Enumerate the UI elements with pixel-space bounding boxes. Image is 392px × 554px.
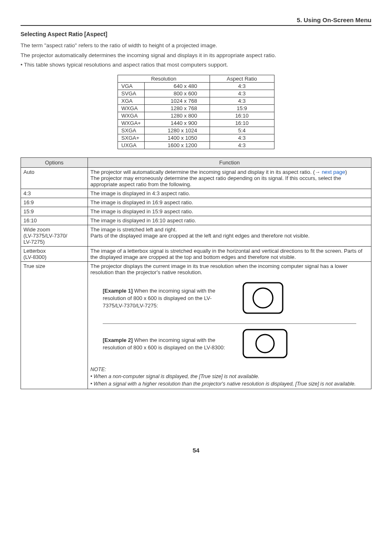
col-function: Function	[88, 157, 371, 167]
table-row: WXGA+1440 x 90016:10	[118, 119, 274, 127]
table-row: 4:3The image is displayed in 4:3 aspect …	[21, 189, 371, 198]
fn-letterbox: The image of a letterbox signal is stret…	[88, 246, 371, 261]
table-row: Options Function	[21, 157, 371, 167]
col-options: Options	[21, 157, 88, 167]
col-resolution: Resolution	[118, 75, 210, 82]
fn-widezoom: The image is stretched left and right. P…	[88, 225, 371, 246]
example2-diagram-icon	[242, 329, 288, 360]
opt-widezoom: Wide zoom (LV-7375/LV-7370/ LV-7275)	[21, 225, 88, 246]
col-aspect: Aspect Ratio	[210, 75, 274, 82]
table-row: XGA1024 x 7684:3	[118, 97, 274, 104]
table-row: 16:9The image is displayed in 16:9 aspec…	[21, 198, 371, 207]
table-row: WXGA1280 x 76815:9	[118, 104, 274, 112]
table-row: 15:9The image is displayed in 15:9 aspec…	[21, 207, 371, 216]
next-page-link[interactable]: next page	[322, 169, 345, 175]
svg-rect-2	[243, 330, 287, 358]
svg-rect-0	[243, 283, 283, 313]
page-number: 54	[21, 447, 371, 454]
example-2: [Example 2] When the incoming signal wit…	[90, 326, 369, 365]
example-divider	[103, 323, 356, 324]
fn-truesize: The projector displays the current image…	[88, 261, 371, 389]
intro-p3: • This table shows typical resolutions a…	[21, 61, 371, 69]
opt-truesize: True size	[21, 261, 88, 389]
section-header: 5. Using On-Screen Menu	[21, 16, 371, 26]
table-row: SVGA800 x 6004:3	[118, 90, 274, 97]
svg-point-1	[253, 288, 273, 308]
table-row: Resolution Aspect Ratio	[118, 75, 274, 82]
table-row: SXGA+1400 x 10504:3	[118, 134, 274, 141]
page-heading: Selecting Aspect Ratio [Aspect]	[21, 31, 371, 37]
resolution-table: Resolution Aspect Ratio VGA640 x 4804:3 …	[118, 75, 274, 149]
table-row: Auto The projector will automatically de…	[21, 167, 371, 189]
table-row: VGA640 x 4804:3	[118, 82, 274, 90]
table-row: Letterbox (LV-8300) The image of a lette…	[21, 246, 371, 261]
fn-auto: The projector will automatically determi…	[88, 167, 371, 189]
table-row: 16:10The image is displayed in 16:10 asp…	[21, 216, 371, 225]
table-row: WXGA1280 x 80016:10	[118, 112, 274, 119]
svg-point-3	[256, 335, 274, 353]
options-table: Options Function Auto The projector will…	[21, 157, 371, 390]
example-1: [Example 1] When the incoming signal wit…	[90, 279, 369, 320]
opt-letterbox: Letterbox (LV-8300)	[21, 246, 88, 261]
intro-p1: The term "aspect ratio" refers to the ra…	[21, 42, 371, 50]
section-title: 5. Using On-Screen Menu	[297, 16, 371, 23]
table-row: Wide zoom (LV-7375/LV-7370/ LV-7275) The…	[21, 225, 371, 246]
example1-diagram-icon	[242, 282, 284, 315]
table-row: True size The projector displays the cur…	[21, 261, 371, 389]
table-row: UXGA1600 x 12004:3	[118, 141, 274, 149]
note-block: NOTE: • When a non-computer signal is di…	[90, 365, 369, 388]
intro-p2: The projector automatically determines t…	[21, 51, 371, 60]
opt-auto: Auto	[21, 167, 88, 189]
table-row: SXGA1280 x 10245:4	[118, 127, 274, 134]
